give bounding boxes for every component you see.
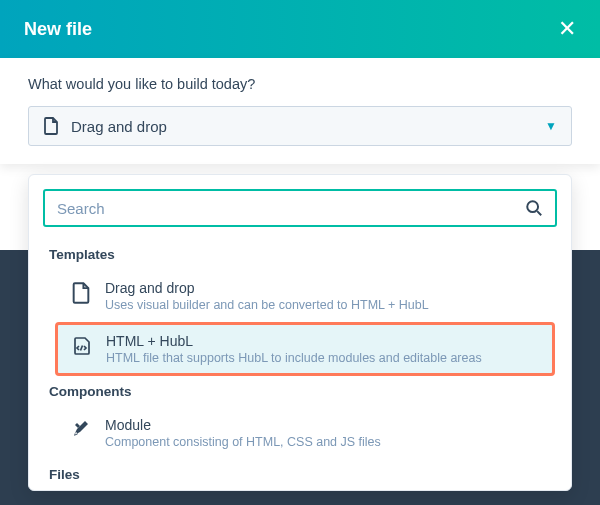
search-field[interactable] — [43, 189, 557, 227]
option-html-hubl[interactable]: HTML + HubL HTML file that supports HubL… — [55, 322, 555, 376]
modal-header: New file ✕ — [0, 0, 600, 58]
option-desc: Uses visual builder and can be converted… — [105, 298, 429, 312]
modal-body: What would you like to build today? Drag… — [0, 58, 600, 164]
option-desc: Component consisting of HTML, CSS and JS… — [105, 435, 381, 449]
document-icon — [71, 282, 91, 304]
option-title: HTML + HubL — [106, 333, 482, 349]
svg-point-0 — [527, 201, 538, 212]
template-select[interactable]: Drag and drop ▼ — [28, 106, 572, 146]
prompt-text: What would you like to build today? — [28, 76, 572, 92]
new-file-modal: New file ✕ What would you like to build … — [0, 0, 600, 491]
option-desc: HTML file that supports HubL to include … — [106, 351, 482, 365]
group-files-label: Files — [43, 459, 557, 490]
option-module[interactable]: Module Component consisting of HTML, CSS… — [43, 407, 557, 459]
option-title: Module — [105, 417, 381, 433]
group-components-label: Components — [43, 376, 557, 407]
chevron-down-icon: ▼ — [545, 119, 557, 133]
select-dropdown: Templates Drag and drop Uses visual buil… — [28, 174, 572, 491]
option-drag-and-drop[interactable]: Drag and drop Uses visual builder and ca… — [43, 270, 557, 322]
svg-line-1 — [537, 211, 541, 215]
search-input[interactable] — [57, 200, 525, 217]
code-file-icon — [70, 335, 92, 357]
document-icon — [43, 117, 59, 135]
option-title: Drag and drop — [105, 280, 429, 296]
modal-title: New file — [24, 19, 92, 40]
select-selected-label: Drag and drop — [71, 118, 545, 135]
search-icon[interactable] — [525, 199, 543, 217]
close-icon[interactable]: ✕ — [558, 18, 576, 40]
tools-icon — [71, 419, 91, 439]
group-templates-label: Templates — [43, 239, 557, 270]
